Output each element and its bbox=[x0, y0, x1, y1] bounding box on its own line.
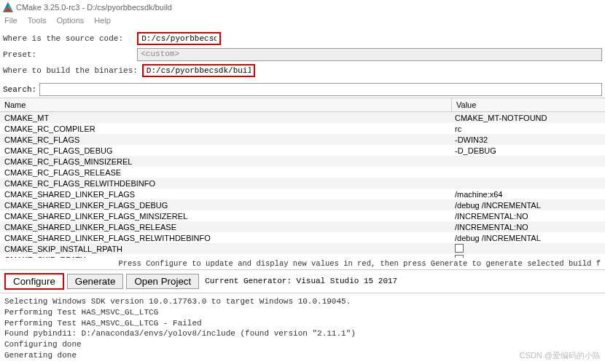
cmake-logo-icon bbox=[3, 2, 13, 12]
variables-header: Name Value bbox=[0, 98, 605, 112]
variables-body: CMAKE_MTCMAKE_MT-NOTFOUNDCMAKE_RC_COMPIL… bbox=[0, 112, 605, 258]
table-row[interactable]: CMAKE_RC_FLAGS_MINSIZEREL bbox=[0, 156, 605, 167]
build-binaries-input[interactable] bbox=[142, 64, 255, 77]
paths-section: Where is the source code: Preset: <custo… bbox=[0, 28, 605, 82]
output-log[interactable]: Selecting Windows SDK version 10.0.17763… bbox=[0, 293, 605, 364]
table-row[interactable]: CMAKE_RC_FLAGS-DWIN32 bbox=[0, 134, 605, 145]
var-value[interactable]: /debug /INCREMENTAL bbox=[452, 234, 605, 242]
var-name[interactable]: CMAKE_MT bbox=[0, 114, 452, 122]
var-value[interactable]: -DWIN32 bbox=[452, 135, 605, 144]
menubar: File Tools Options Help bbox=[0, 15, 605, 28]
table-row[interactable]: CMAKE_RC_FLAGS_RELEASE bbox=[0, 167, 605, 178]
var-value[interactable]: -D_DEBUG bbox=[452, 146, 605, 155]
source-code-input[interactable] bbox=[137, 32, 221, 45]
generator-label: Current Generator: Visual Studio 15 2017 bbox=[205, 277, 397, 285]
table-row[interactable]: CMAKE_RC_FLAGS_RELWITHDEBINFO bbox=[0, 178, 605, 189]
table-row[interactable]: CMAKE_RC_COMPILERrc bbox=[0, 123, 605, 134]
header-value[interactable]: Value bbox=[452, 98, 605, 111]
generate-button[interactable]: Generate bbox=[67, 274, 124, 289]
table-row[interactable]: CMAKE_SHARED_LINKER_FLAGS_MINSIZEREL/INC… bbox=[0, 210, 605, 221]
search-input[interactable] bbox=[39, 83, 602, 96]
var-value[interactable]: /INCREMENTAL:NO bbox=[452, 223, 605, 232]
table-row[interactable]: CMAKE_SKIP_INSTALL_RPATH bbox=[0, 243, 605, 254]
table-row[interactable]: CMAKE_SHARED_LINKER_FLAGS_RELEASE/INCREM… bbox=[0, 221, 605, 232]
var-name[interactable]: CMAKE_SHARED_LINKER_FLAGS_RELWITHDEBINFO bbox=[0, 234, 452, 242]
table-row[interactable]: CMAKE_MTCMAKE_MT-NOTFOUND bbox=[0, 112, 605, 123]
var-name[interactable]: CMAKE_RC_FLAGS_DEBUG bbox=[0, 146, 452, 155]
window-title: CMake 3.25.0-rc3 - D:/cs/pyorbbecsdk/bui… bbox=[16, 3, 172, 12]
buttons-row: Configure Generate Open Project Current … bbox=[0, 269, 605, 293]
var-value[interactable]: /INCREMENTAL:NO bbox=[452, 212, 605, 221]
menu-file[interactable]: File bbox=[4, 16, 17, 26]
menu-tools[interactable]: Tools bbox=[28, 16, 47, 26]
var-value[interactable]: rc bbox=[452, 124, 605, 133]
var-value[interactable]: /debug /INCREMENTAL bbox=[452, 201, 605, 210]
search-label: Search: bbox=[3, 85, 36, 94]
var-name[interactable]: CMAKE_RC_FLAGS_RELEASE bbox=[0, 168, 452, 177]
watermark: CSDN @爱编码的小陈 bbox=[520, 350, 601, 361]
menu-options[interactable]: Options bbox=[56, 16, 84, 26]
var-name[interactable]: CMAKE_RC_FLAGS_RELWITHDEBINFO bbox=[0, 179, 452, 188]
table-row[interactable]: CMAKE_RC_FLAGS_DEBUG-D_DEBUG bbox=[0, 145, 605, 156]
table-row[interactable]: CMAKE_SHARED_LINKER_FLAGS/machine:x64 bbox=[0, 189, 605, 199]
var-value[interactable]: /machine:x64 bbox=[452, 190, 605, 199]
search-row: Search: bbox=[0, 82, 605, 98]
configure-button[interactable]: Configure bbox=[4, 273, 64, 290]
var-name[interactable]: CMAKE_SHARED_LINKER_FLAGS_DEBUG bbox=[0, 201, 452, 210]
checkbox-icon[interactable] bbox=[455, 244, 464, 253]
table-row[interactable]: CMAKE_SHARED_LINKER_FLAGS_DEBUG/debug /I… bbox=[0, 199, 605, 210]
var-name[interactable]: CMAKE_SHARED_LINKER_FLAGS_MINSIZEREL bbox=[0, 212, 452, 221]
titlebar: CMake 3.25.0-rc3 - D:/cs/pyorbbecsdk/bui… bbox=[0, 0, 605, 15]
var-name[interactable]: CMAKE_RC_FLAGS_MINSIZEREL bbox=[0, 157, 452, 166]
var-name[interactable]: CMAKE_SHARED_LINKER_FLAGS bbox=[0, 190, 452, 199]
header-name[interactable]: Name bbox=[0, 98, 452, 111]
var-name[interactable]: CMAKE_SKIP_INSTALL_RPATH bbox=[0, 245, 452, 253]
var-name[interactable]: CMAKE_RC_FLAGS bbox=[0, 135, 452, 144]
status-hint: Press Configure to update and display ne… bbox=[0, 258, 605, 269]
build-label: Where to build the binaries: bbox=[3, 66, 138, 75]
var-value[interactable] bbox=[452, 244, 605, 254]
variables-table: Name Value CMAKE_MTCMAKE_MT-NOTFOUNDCMAK… bbox=[0, 98, 605, 258]
source-label: Where is the source code: bbox=[3, 34, 133, 43]
open-project-button[interactable]: Open Project bbox=[126, 274, 199, 289]
var-name[interactable]: CMAKE_RC_COMPILER bbox=[0, 124, 452, 133]
var-value[interactable]: CMAKE_MT-NOTFOUND bbox=[452, 114, 605, 122]
var-name[interactable]: CMAKE_SHARED_LINKER_FLAGS_RELEASE bbox=[0, 223, 452, 232]
preset-label: Preset: bbox=[3, 50, 133, 59]
preset-dropdown[interactable]: <custom> bbox=[137, 48, 602, 61]
table-row[interactable]: CMAKE_SHARED_LINKER_FLAGS_RELWITHDEBINFO… bbox=[0, 232, 605, 243]
menu-help[interactable]: Help bbox=[94, 16, 111, 26]
